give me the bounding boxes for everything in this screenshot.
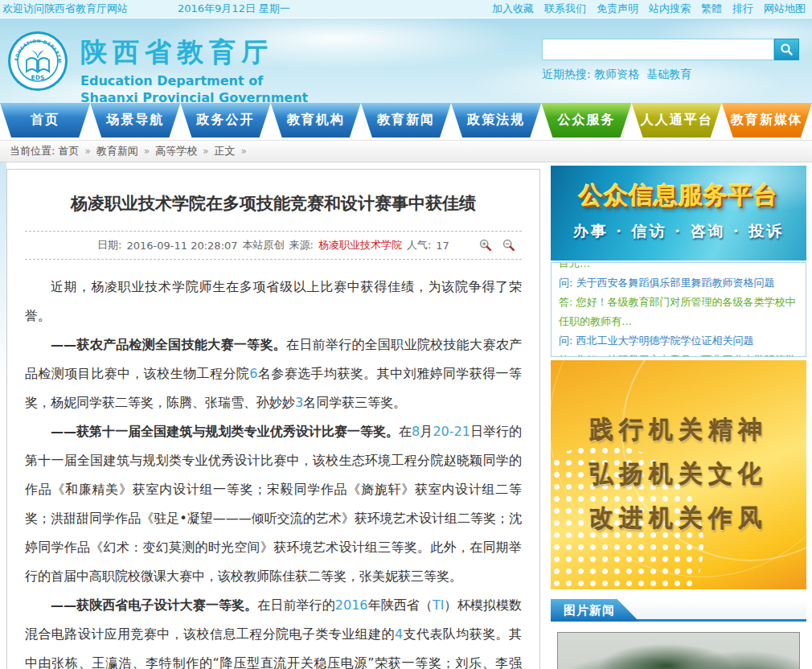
meta-origin: 本站原创 xyxy=(243,238,285,252)
article-paragraph: 近期，杨凌职业技术学院师生在多项省级以上比赛中获得佳绩，为该院争得了荣誉。 xyxy=(25,273,522,330)
nav-tab-label: 公众服务 xyxy=(557,112,615,129)
qa-line[interactable]: 答: 您好！按照我厅交办意见，西北工业大学明德学 xyxy=(559,351,798,357)
breadcrumb-separator: » xyxy=(203,146,208,157)
zoom-in-icon[interactable] xyxy=(479,239,492,252)
top-utility-bar: 欢迎访问陕西省教育厅网站 2016年9月12日 星期一 加入收藏联系我们免责声明… xyxy=(0,0,812,18)
nav-tab[interactable]: 教育新闻 xyxy=(361,103,451,137)
public-service-banner-subtitle: 办事 · 信访 · 咨询 · 投诉 xyxy=(551,221,806,242)
nav-tab[interactable]: 政策法规 xyxy=(451,103,541,137)
hot-search: 近期热搜: 教师资格基础教育 xyxy=(542,68,799,82)
agency-spirit-line: 改进机关作风 xyxy=(551,503,806,535)
nav-tab-label: 教育机构 xyxy=(287,112,345,129)
meta-date-label: 日期: xyxy=(97,238,121,252)
nav-tab[interactable]: 政务公开 xyxy=(180,103,270,137)
topbar-link[interactable]: 网站地图 xyxy=(764,2,806,16)
article-paragraph: ——获陕西省电子设计大赛一等奖。在日前举行的2016年陕西省（TI）杯模拟模数混… xyxy=(25,591,522,669)
nav-tab[interactable]: 首页 xyxy=(0,103,90,137)
site-subtitle-line2: Shaanxi Provincial Government xyxy=(80,90,308,103)
site-subtitle: Education Department of Shaanxi Provinci… xyxy=(80,73,308,103)
meta-source-label: 来源: xyxy=(289,238,314,252)
public-service-banner-title: 公众信息服务平台 xyxy=(551,179,806,212)
topbar-link[interactable]: 繁體 xyxy=(701,2,722,16)
search-area: 近期热搜: 教师资格基础教育 xyxy=(542,39,799,82)
nav-tab[interactable]: 人人通平台 xyxy=(632,103,722,137)
picture-news-header: 图片新闻 xyxy=(551,599,806,622)
public-service-banner[interactable]: 公众信息服务平台 办事 · 信访 · 咨询 · 投诉 xyxy=(551,166,806,261)
meta-hits-label: 人气: xyxy=(407,238,431,252)
meta-hits: 17 xyxy=(436,240,449,252)
breadcrumb-prefix: 当前位置: xyxy=(10,145,59,157)
picture-news-title: 图片新闻 xyxy=(551,599,639,622)
page: 欢迎访问陕西省教育厅网站 2016年9月12日 星期一 加入收藏联系我们免责声明… xyxy=(0,0,812,669)
meta-source-link[interactable]: 杨凌职业技术学院 xyxy=(318,238,402,252)
article-body: 近期，杨凌职业技术学院师生在多项省级以上比赛中获得佳绩，为该院争得了荣誉。 ——… xyxy=(25,260,522,669)
qa-line[interactable]: 问: 西北工业大学明德学院学位证相关问题 xyxy=(559,331,798,351)
nav-tab[interactable]: 公众服务 xyxy=(541,103,631,137)
topbar-link[interactable]: 站内搜索 xyxy=(649,2,691,16)
nav-tab-label: 教育新媒体 xyxy=(731,112,803,129)
paragraph-lead: ——获陕西省电子设计大赛一等奖。 xyxy=(51,597,257,613)
search-icon xyxy=(780,43,794,56)
qa-line[interactable]: 问: 关于西安各舞蹈俱乐部里舞蹈教师资格问题 xyxy=(559,273,798,293)
breadcrumb-link[interactable]: 高等学校 xyxy=(155,145,197,157)
main-area: 杨凌职业技术学院在多项技能竞赛和设计赛事中获佳绩 日期: 2016-09-11 … xyxy=(0,162,812,669)
article-title: 杨凌职业技术学院在多项技能竞赛和设计赛事中获佳绩 xyxy=(33,192,514,215)
education-department-seal-icon: EDUCATION DEPARTMENT OF SHAANXI EDS xyxy=(6,30,69,92)
breadcrumb-separator: » xyxy=(241,146,247,157)
nav-tab[interactable]: 教育机构 xyxy=(271,103,361,137)
topbar-link[interactable]: 加入收藏 xyxy=(492,2,534,16)
welcome-text: 欢迎访问陕西省教育厅网站 xyxy=(2,2,128,16)
article-paragraph: ——获第十一届全国建筑与规划类专业优秀设计比赛一等奖。在8月20-21日举行的第… xyxy=(25,417,522,591)
breadcrumb-link: 正文 xyxy=(215,145,236,157)
qa-line[interactable]: 答: 您好！各级教育部门对所管理的各级各类学校中任职的教师有… xyxy=(559,293,798,331)
sidebar: 公众信息服务平台 办事 · 信访 · 咨询 · 投诉 目元… 问: 关于西安各舞… xyxy=(551,166,806,669)
agency-spirit-lines: 践行机关精神 弘扬机关文化 改进机关作风 xyxy=(551,414,806,535)
qa-line-text: 答: 您好！按照我厅交办意见，西北工业大学明德学 xyxy=(559,354,796,357)
topbar-link[interactable]: 免责声明 xyxy=(597,2,638,16)
nav-tab-label: 政策法规 xyxy=(467,112,525,129)
left-edge-tint xyxy=(0,162,6,388)
breadcrumb: 当前位置: 首页»教育新闻»高等学校»正文» xyxy=(0,140,812,162)
nav-tab[interactable]: 教育新媒体 xyxy=(722,103,812,137)
hot-search-links: 教师资格基础教育 xyxy=(594,68,699,80)
paragraph-text: 在8月20-21日举行的第十一届全国建筑与规划类专业优秀设计比赛中，该校生态环境… xyxy=(25,424,522,584)
article-panel: 杨凌职业技术学院在多项技能竞赛和设计赛事中获佳绩 日期: 2016-09-11 … xyxy=(6,169,540,669)
breadcrumb-separator: » xyxy=(85,146,91,157)
nav-tab-label: 政务公开 xyxy=(197,112,255,129)
nav-tab-label: 教育新闻 xyxy=(377,112,435,129)
search-button[interactable] xyxy=(774,39,799,60)
nav-tab[interactable]: 场景导航 xyxy=(90,103,180,137)
agency-spirit-banner[interactable]: 践行机关精神 弘扬机关文化 改进机关作风 xyxy=(551,360,806,589)
picture-news-photo[interactable] xyxy=(557,632,800,669)
site-subtitle-line1: Education Department of xyxy=(80,73,308,90)
nav-tab-label: 场景导航 xyxy=(106,112,164,129)
site-header: EDUCATION DEPARTMENT OF SHAANXI EDS 陕西省教… xyxy=(0,18,812,103)
article-meta: 日期: 2016-09-11 20:28:07 本站原创 来源: 杨凌职业技术学… xyxy=(25,231,522,260)
breadcrumb-separator: » xyxy=(144,146,150,157)
hot-search-link[interactable]: 教师资格 xyxy=(594,68,639,80)
hot-search-link[interactable]: 基础教育 xyxy=(646,68,691,80)
qa-line-text: 答: 您好！各级教育部门对所管理的各级各类学校中任职的教师有… xyxy=(559,296,796,327)
topbar-link[interactable]: 联系我们 xyxy=(544,2,586,16)
paragraph-text: 近期，杨凌职业技术学院师生在多项省级以上比赛中获得佳绩，为该院争得了荣誉。 xyxy=(25,279,522,323)
search-input[interactable] xyxy=(542,39,774,60)
nav-tab-label: 人人通平台 xyxy=(641,112,713,129)
topbar-link[interactable]: 排行 xyxy=(732,2,753,16)
site-titles: 陕西省教育厅 Education Department of Shaanxi P… xyxy=(80,35,308,103)
paragraph-lead: ——获农产品检测全国技能大赛一等奖。 xyxy=(51,337,286,352)
qa-partial-line[interactable]: 目元… xyxy=(559,262,798,273)
zoom-out-icon[interactable] xyxy=(502,239,515,252)
site-title: 陕西省教育厅 xyxy=(80,35,308,71)
breadcrumb-items: 首页»教育新闻»高等学校»正文» xyxy=(59,145,252,157)
site-logo[interactable]: EDUCATION DEPARTMENT OF SHAANXI EDS xyxy=(6,30,69,92)
qa-items: 问: 关于西安各舞蹈俱乐部里舞蹈教师资格问题 答: 您好！各级教育部门对所管理的… xyxy=(559,273,798,357)
article-paragraph: ——获农产品检测全国技能大赛一等奖。在日前举行的全国职业院校技能大赛农产品检测项… xyxy=(25,330,522,417)
topbar-date: 2016年9月12日 星期一 xyxy=(178,2,290,16)
agency-spirit-line: 弘扬机关文化 xyxy=(551,458,806,490)
hot-search-label: 近期热搜: xyxy=(542,68,594,80)
breadcrumb-link[interactable]: 首页 xyxy=(59,145,80,157)
svg-text:EDS: EDS xyxy=(31,74,45,81)
main-nav: 首页 场景导航 政务公开 教育机构 教育新闻 政策法规 公众服务 xyxy=(0,103,812,137)
breadcrumb-link[interactable]: 教育新闻 xyxy=(96,145,138,157)
topbar-links: 加入收藏联系我们免责声明站内搜索繁體排行网站地图 xyxy=(482,2,806,16)
